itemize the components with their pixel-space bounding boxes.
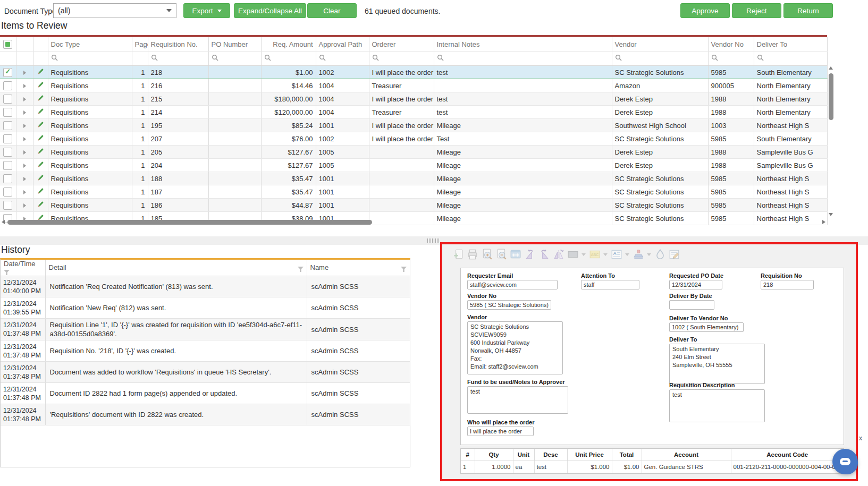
- zoom-out-icon[interactable]: [494, 248, 508, 262]
- history-col-datetime[interactable]: Date/Time: [1, 260, 45, 276]
- expand-row-icon[interactable]: [23, 97, 26, 101]
- table-row[interactable]: Requisitions 1 218 $1.00 1002 I will pla…: [0, 66, 827, 79]
- requisition-no-link[interactable]: 218: [148, 66, 208, 79]
- vendor-no-field[interactable]: 5985 ( SC Strategic Solutions): [467, 300, 551, 310]
- row-checkbox[interactable]: [3, 201, 12, 210]
- requisition-no-field[interactable]: 218: [761, 280, 814, 289]
- stamp-icon[interactable]: [631, 248, 645, 262]
- table-row[interactable]: Requisitions 1 214 $120,000.00 1004 Trea…: [0, 106, 827, 119]
- expand-row-icon[interactable]: [23, 71, 26, 75]
- requisition-no-link[interactable]: 187: [148, 185, 208, 199]
- history-col-name[interactable]: Name: [307, 260, 410, 276]
- filter-vendor[interactable]: [612, 52, 708, 66]
- add-page-icon[interactable]: [451, 248, 465, 262]
- requisition-no-link[interactable]: 207: [148, 132, 208, 146]
- edit-pencil-icon[interactable]: [37, 201, 44, 208]
- expand-collapse-all-button[interactable]: Expand/Collapse All: [234, 3, 306, 18]
- return-button[interactable]: Return: [783, 3, 833, 18]
- requisition-no-link[interactable]: 214: [148, 106, 208, 119]
- row-checkbox[interactable]: [3, 134, 12, 143]
- row-checkbox[interactable]: [3, 68, 12, 77]
- filter-vendor-no[interactable]: [708, 52, 754, 66]
- requisition-no-link[interactable]: 195: [148, 119, 208, 132]
- requisition-description-field[interactable]: test: [669, 389, 765, 422]
- filter-funnel-icon[interactable]: [298, 267, 304, 272]
- row-checkbox[interactable]: [3, 81, 12, 90]
- filter-requisition-no[interactable]: [148, 52, 208, 66]
- row-checkbox[interactable]: [3, 108, 12, 117]
- row-checkbox[interactable]: [3, 148, 12, 157]
- highlight-icon[interactable]: ABC: [587, 248, 602, 262]
- table-row[interactable]: Requisitions 1 195 $85.24 1001 I will pl…: [0, 119, 827, 132]
- edit-pencil-icon[interactable]: [37, 187, 44, 195]
- approve-button[interactable]: Approve: [680, 3, 730, 18]
- filter-deliver-to[interactable]: [754, 52, 827, 66]
- requisition-no-link[interactable]: 188: [148, 172, 208, 185]
- deliver-to-vendor-no-field[interactable]: 1002 ( South Elementary): [669, 322, 744, 332]
- redaction-icon[interactable]: [566, 248, 580, 262]
- text-annotation-icon[interactable]: A: [609, 248, 623, 262]
- requisition-no-link[interactable]: 204: [148, 159, 208, 172]
- horizontal-scroll-thumb[interactable]: [7, 220, 372, 225]
- scroll-left-arrow[interactable]: [2, 220, 5, 224]
- edit-pencil-icon[interactable]: [37, 68, 44, 75]
- table-row[interactable]: Requisitions 1 187 $35.47 1001 Mileage S…: [0, 185, 827, 199]
- requester-email-field[interactable]: staff@scview.com: [467, 280, 558, 289]
- col-header-approval-path[interactable]: Approval Path: [316, 37, 369, 52]
- row-checkbox[interactable]: [3, 187, 12, 197]
- fund-notes-field[interactable]: test: [467, 386, 568, 414]
- filter-doc-type[interactable]: [48, 52, 132, 66]
- edit-pencil-icon[interactable]: [37, 174, 44, 182]
- table-row[interactable]: Requisitions 1 186 $44.87 1001 Mileage S…: [0, 199, 827, 212]
- row-checkbox[interactable]: [3, 174, 12, 183]
- edit-pencil-icon[interactable]: [37, 95, 44, 102]
- table-row[interactable]: Requisitions 1 205 $127.67 1005 Mileage …: [0, 146, 827, 159]
- select-all-checkbox[interactable]: [3, 40, 12, 49]
- expand-row-icon[interactable]: [23, 164, 26, 168]
- highlight-dropdown-icon[interactable]: [603, 253, 608, 256]
- table-row[interactable]: Requisitions 1 215 $180,000.00 1004 I wi…: [0, 92, 827, 106]
- expand-row-icon[interactable]: [23, 190, 26, 194]
- col-header-po-number[interactable]: PO Number: [208, 37, 261, 52]
- expand-row-icon[interactable]: [23, 124, 26, 128]
- stamp-dropdown-icon[interactable]: [647, 253, 651, 256]
- attention-to-field[interactable]: staff: [581, 280, 639, 289]
- table-row[interactable]: Requisitions 1 216 $14.46 1004 Treasurer…: [0, 79, 827, 92]
- expand-row-icon[interactable]: [23, 110, 26, 115]
- edit-pencil-icon[interactable]: [37, 134, 44, 142]
- vendor-field[interactable]: SC Strategic Solutions SCVIEW9059 600 In…: [467, 321, 563, 374]
- zoom-in-icon[interactable]: [479, 248, 494, 262]
- filter-funnel-icon[interactable]: [4, 270, 10, 275]
- print-icon[interactable]: [465, 248, 479, 262]
- scroll-up-arrow[interactable]: [829, 66, 833, 70]
- edit-pencil-icon[interactable]: [37, 121, 44, 129]
- filter-req-amount[interactable]: [261, 52, 316, 66]
- requisition-no-link[interactable]: 186: [148, 199, 208, 212]
- export-button[interactable]: Export: [183, 3, 230, 18]
- requisition-no-link[interactable]: 215: [148, 92, 208, 106]
- edit-pencil-icon[interactable]: [37, 108, 44, 115]
- table-row[interactable]: Requisitions 1 207 $76.00 1002 I will pl…: [0, 132, 827, 146]
- requisition-no-link[interactable]: 205: [148, 146, 208, 159]
- col-header-orderer[interactable]: Orderer: [369, 37, 434, 52]
- viewer-close-x[interactable]: x: [859, 434, 862, 442]
- expand-row-icon[interactable]: [23, 203, 26, 208]
- col-header-vendor-no[interactable]: Vendor No: [708, 37, 754, 52]
- deliver-to-field[interactable]: South Elementary 240 Elm Street Samplevi…: [669, 344, 765, 384]
- filter-po-number[interactable]: [208, 52, 261, 66]
- row-checkbox[interactable]: [3, 161, 12, 170]
- document-type-select[interactable]: (all): [53, 3, 176, 18]
- expand-row-icon[interactable]: [23, 84, 26, 88]
- rotate-left-icon[interactable]: [523, 248, 537, 262]
- table-row[interactable]: Requisitions 1 188 $35.47 1001 Mileage S…: [0, 172, 827, 185]
- scroll-down-arrow[interactable]: [829, 213, 833, 216]
- flip-horizontal-icon[interactable]: [551, 248, 566, 262]
- deliver-by-date-field[interactable]: [669, 300, 714, 310]
- fit-width-icon[interactable]: [508, 248, 523, 262]
- requested-po-date-field[interactable]: 12/31/2024: [669, 280, 722, 289]
- chat-widget-button[interactable]: [832, 449, 858, 474]
- col-header-requisition-no[interactable]: Requisition No.: [148, 37, 208, 52]
- filter-internal-notes[interactable]: [434, 52, 612, 66]
- edit-pencil-icon[interactable]: [37, 161, 44, 168]
- filter-approval-path[interactable]: [316, 52, 369, 66]
